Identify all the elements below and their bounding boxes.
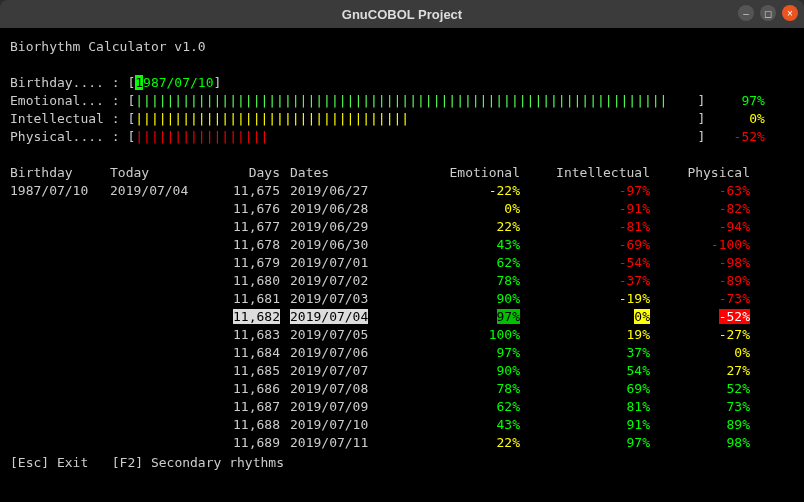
birthday-input-row[interactable]: Birthday.... : [1987/07/10] bbox=[10, 74, 794, 92]
cell-date: 2019/07/08 bbox=[290, 380, 410, 398]
cell-days: 11,683 bbox=[210, 326, 290, 344]
cell-today bbox=[110, 362, 210, 380]
cell-days: 11,678 bbox=[210, 236, 290, 254]
birthday-input-value[interactable]: 987/07/10 bbox=[143, 75, 213, 90]
table-row: 11,6872019/07/0962%81%73% bbox=[10, 398, 794, 416]
cell-physical: -94% bbox=[660, 218, 760, 236]
physical-bar-row: Physical.... : [|||||||||||||||||] -52% bbox=[10, 128, 794, 146]
cell-today bbox=[110, 218, 210, 236]
cell-birthday bbox=[10, 434, 110, 452]
cell-today bbox=[110, 326, 210, 344]
cell-physical: -52% bbox=[660, 308, 760, 326]
cell-physical: -98% bbox=[660, 254, 760, 272]
cell-birthday bbox=[10, 218, 110, 236]
cell-date: 2019/06/28 bbox=[290, 200, 410, 218]
cell-today bbox=[110, 344, 210, 362]
col-dates: Dates bbox=[290, 164, 410, 182]
emotional-bar-row: Emotional... : [||||||||||||||||||||||||… bbox=[10, 92, 794, 110]
cell-date: 2019/06/30 bbox=[290, 236, 410, 254]
table-row: 11,6812019/07/0390%-19%-73% bbox=[10, 290, 794, 308]
cell-today: 2019/07/04 bbox=[110, 182, 210, 200]
col-intellectual: Intellectual bbox=[530, 164, 660, 182]
table-row: 11,6892019/07/1122%97%98% bbox=[10, 434, 794, 452]
cell-days: 11,682 bbox=[210, 308, 290, 326]
cell-today bbox=[110, 308, 210, 326]
cell-physical: -63% bbox=[660, 182, 760, 200]
window-minimize-icon[interactable]: – bbox=[738, 5, 754, 21]
esc-key[interactable]: [Esc] bbox=[10, 455, 49, 470]
cell-emotional: 43% bbox=[410, 416, 530, 434]
cell-today bbox=[110, 398, 210, 416]
cell-intellectual: -37% bbox=[530, 272, 660, 290]
col-today: Today bbox=[110, 164, 210, 182]
esc-text: Exit bbox=[49, 455, 112, 470]
cell-today bbox=[110, 434, 210, 452]
cell-today bbox=[110, 254, 210, 272]
cell-intellectual: 19% bbox=[530, 326, 660, 344]
col-days: Days bbox=[210, 164, 290, 182]
cell-date: 2019/06/29 bbox=[290, 218, 410, 236]
window-titlebar: GnuCOBOL Project – ◻ × bbox=[0, 0, 804, 28]
cell-birthday bbox=[10, 380, 110, 398]
window-title: GnuCOBOL Project bbox=[342, 7, 462, 22]
table-row: 11,6822019/07/04 97% 0% -52% bbox=[10, 308, 794, 326]
cell-days: 11,687 bbox=[210, 398, 290, 416]
cell-date: 2019/07/09 bbox=[290, 398, 410, 416]
intellectual-label: Intellectual : bbox=[10, 111, 120, 126]
cell-intellectual: -91% bbox=[530, 200, 660, 218]
cell-birthday bbox=[10, 290, 110, 308]
cell-birthday bbox=[10, 236, 110, 254]
cell-emotional: 22% bbox=[410, 218, 530, 236]
cell-days: 11,679 bbox=[210, 254, 290, 272]
cell-date: 2019/07/02 bbox=[290, 272, 410, 290]
cell-date: 2019/07/03 bbox=[290, 290, 410, 308]
cell-physical: 73% bbox=[660, 398, 760, 416]
cell-physical: -73% bbox=[660, 290, 760, 308]
cell-date: 2019/07/04 bbox=[290, 308, 410, 326]
cell-days: 11,675 bbox=[210, 182, 290, 200]
cell-emotional: 22% bbox=[410, 434, 530, 452]
table-body: 1987/07/102019/07/0411,6752019/06/27-22%… bbox=[10, 182, 794, 452]
cell-birthday bbox=[10, 344, 110, 362]
table-row: 11,6862019/07/0878%69%52% bbox=[10, 380, 794, 398]
cell-emotional: 43% bbox=[410, 236, 530, 254]
physical-value: -52% bbox=[721, 128, 765, 146]
cell-today bbox=[110, 272, 210, 290]
intellectual-bar: ||||||||||||||||||||||||||||||||||| bbox=[135, 111, 409, 126]
table-header: Birthday Today Days Dates Emotional Inte… bbox=[10, 164, 794, 182]
cell-birthday bbox=[10, 362, 110, 380]
physical-bar: ||||||||||||||||| bbox=[135, 129, 268, 144]
cell-days: 11,688 bbox=[210, 416, 290, 434]
cell-emotional: -22% bbox=[410, 182, 530, 200]
cell-intellectual: 97% bbox=[530, 434, 660, 452]
table-row: 11,6882019/07/1043%91%89% bbox=[10, 416, 794, 434]
app-title: Biorhythm Calculator v1.0 bbox=[10, 38, 794, 56]
cell-date: 2019/07/10 bbox=[290, 416, 410, 434]
col-birthday: Birthday bbox=[10, 164, 110, 182]
cell-emotional: 78% bbox=[410, 272, 530, 290]
cell-emotional: 90% bbox=[410, 362, 530, 380]
cell-days: 11,676 bbox=[210, 200, 290, 218]
table-row: 11,6832019/07/05100%19%-27% bbox=[10, 326, 794, 344]
cell-days: 11,689 bbox=[210, 434, 290, 452]
table-row: 11,6762019/06/280%-91%-82% bbox=[10, 200, 794, 218]
cell-intellectual: -69% bbox=[530, 236, 660, 254]
table-row: 11,6842019/07/0697%37%0% bbox=[10, 344, 794, 362]
cell-date: 2019/07/07 bbox=[290, 362, 410, 380]
cell-physical: 52% bbox=[660, 380, 760, 398]
terminal: Biorhythm Calculator v1.0 Birthday.... :… bbox=[0, 28, 804, 502]
cell-intellectual: 91% bbox=[530, 416, 660, 434]
col-emotional: Emotional bbox=[410, 164, 530, 182]
cell-date: 2019/07/11 bbox=[290, 434, 410, 452]
window-close-icon[interactable]: × bbox=[782, 5, 798, 21]
cell-days: 11,677 bbox=[210, 218, 290, 236]
table-row: 11,6802019/07/0278%-37%-89% bbox=[10, 272, 794, 290]
intellectual-value: 0% bbox=[721, 110, 765, 128]
cell-birthday bbox=[10, 398, 110, 416]
cell-today bbox=[110, 416, 210, 434]
cell-emotional: 62% bbox=[410, 398, 530, 416]
cell-emotional: 62% bbox=[410, 254, 530, 272]
cell-physical: -89% bbox=[660, 272, 760, 290]
f2-key[interactable]: [F2] bbox=[112, 455, 143, 470]
window-maximize-icon[interactable]: ◻ bbox=[760, 5, 776, 21]
